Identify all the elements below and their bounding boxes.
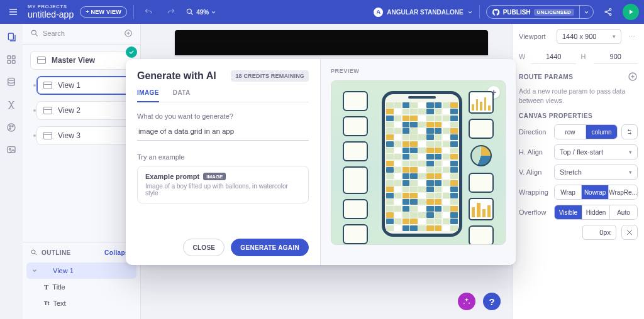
svg-point-9 xyxy=(8,78,15,80)
chevron-down-icon: ▾ xyxy=(629,149,632,155)
tab-data[interactable]: DATA xyxy=(173,89,191,102)
chevron-down-icon xyxy=(31,268,38,274)
menu-icon[interactable] xyxy=(5,4,21,20)
more-icon[interactable]: ⋯ xyxy=(626,31,638,42)
svg-point-12 xyxy=(12,126,13,127)
example-card[interactable]: Example prompt IMAGE Image of a boy lift… xyxy=(137,166,309,203)
width-input[interactable]: 1440 xyxy=(531,49,576,64)
credits-badge: 18 CREDITS REMAINING xyxy=(231,70,309,82)
breadcrumb[interactable]: MY PROJECTS untitled-app xyxy=(28,4,74,19)
view-icon xyxy=(43,107,52,114)
framework-dropdown[interactable]: A ANGULAR STANDALONE xyxy=(374,8,472,17)
svg-rect-4 xyxy=(8,33,13,40)
angular-icon: A xyxy=(374,8,383,17)
left-rail xyxy=(0,24,23,319)
add-route-param-icon[interactable] xyxy=(628,72,638,82)
publish-dropdown[interactable] xyxy=(580,6,593,18)
gap-icon[interactable] xyxy=(621,225,638,240)
outline-row-root[interactable]: View 1 xyxy=(26,262,136,279)
preview-label: PREVIEW xyxy=(331,68,506,74)
help-fab-button[interactable]: ? xyxy=(483,293,501,310)
left-panel: Search Master View View 1 View 2 View 3 xyxy=(23,24,141,319)
components-icon[interactable] xyxy=(4,53,18,67)
github-icon xyxy=(492,8,500,16)
outline-row-text[interactable]: Tt Text xyxy=(26,295,136,311)
status-badge-icon xyxy=(126,46,137,58)
try-example-label: Try an example xyxy=(137,153,309,161)
view-card-3[interactable]: View 3 xyxy=(36,126,133,145)
redo-icon[interactable] xyxy=(163,4,179,20)
views-list: Master View View 1 View 2 View 3 xyxy=(23,45,140,151)
direction-row[interactable]: row xyxy=(555,125,586,139)
variables-icon[interactable] xyxy=(4,98,18,112)
view-icon xyxy=(43,82,52,89)
search-row[interactable]: Search xyxy=(23,24,140,45)
pages-icon[interactable] xyxy=(4,30,18,44)
route-params-header: ROUTE PARAMS xyxy=(519,72,638,82)
prompt-input[interactable] xyxy=(137,124,309,141)
generate-again-button[interactable]: GENERATE AGAIN xyxy=(231,239,309,256)
add-view-icon[interactable] xyxy=(124,29,133,38)
master-view-card[interactable]: Master View xyxy=(30,51,133,70)
preview-play-button[interactable] xyxy=(623,4,639,20)
theme-icon[interactable] xyxy=(4,121,18,134)
ai-fab-button[interactable] xyxy=(458,293,475,310)
search-icon[interactable] xyxy=(30,249,38,256)
gap-input[interactable]: 0px xyxy=(582,225,616,240)
wrapping-segments[interactable]: Wrap Nowrap WrapRe... xyxy=(554,185,638,200)
chevron-down-icon: ▾ xyxy=(629,169,632,175)
view-icon xyxy=(43,132,52,139)
svg-rect-7 xyxy=(8,60,11,63)
h-align-select[interactable]: Top / flex-start ▾ xyxy=(554,144,638,160)
artboard-preview xyxy=(175,30,488,55)
direction-column[interactable]: column xyxy=(586,125,617,139)
search-icon xyxy=(30,29,39,38)
share-icon[interactable] xyxy=(600,4,616,20)
outline-row-title[interactable]: T Title xyxy=(26,279,136,295)
svg-point-10 xyxy=(8,124,15,131)
svg-rect-6 xyxy=(12,56,15,59)
example-type-chip: IMAGE xyxy=(203,173,226,180)
view-icon xyxy=(42,268,49,274)
view-icon xyxy=(37,57,46,64)
svg-point-0 xyxy=(187,9,191,13)
overflow-segments[interactable]: Visible Hidden Auto xyxy=(554,205,638,220)
right-panel: Viewport 1440 x 900 ▾ ⋯ W 1440 H 900 ROU… xyxy=(512,24,644,319)
new-view-button[interactable]: + NEW VIEW xyxy=(80,6,127,18)
viewport-select[interactable]: 1440 x 900 ▾ xyxy=(557,29,621,44)
route-params-hint: Add a new route param to pass data betwe… xyxy=(519,87,638,105)
top-bar: MY PROJECTS untitled-app + NEW VIEW 49% … xyxy=(0,0,644,24)
publish-button-group[interactable]: PUBLISH UNLICENSED xyxy=(486,5,594,19)
viewport-label: Viewport xyxy=(519,33,552,40)
svg-point-18 xyxy=(31,250,35,254)
height-input[interactable]: 900 xyxy=(594,49,638,64)
direction-swap-icon[interactable] xyxy=(621,124,638,139)
undo-icon[interactable] xyxy=(140,4,157,20)
svg-point-13 xyxy=(9,128,11,129)
direction-segments[interactable]: row column xyxy=(554,124,618,139)
license-badge: UNLICENSED xyxy=(534,9,574,16)
svg-rect-8 xyxy=(12,60,15,63)
preview-image: + xyxy=(331,80,506,245)
zoom-control[interactable]: 49% xyxy=(186,8,216,16)
chevron-down-icon: ▾ xyxy=(613,33,616,40)
modal-tabs: IMAGE DATA xyxy=(137,89,309,102)
data-icon[interactable] xyxy=(4,75,18,89)
example-text: Image of a boy lifted up with balloons, … xyxy=(145,183,301,197)
publish-button[interactable]: PUBLISH UNLICENSED xyxy=(487,6,579,18)
project-title: untitled-app xyxy=(28,10,74,19)
search-placeholder: Search xyxy=(43,30,65,37)
view-card-2[interactable]: View 2 xyxy=(36,101,133,120)
v-align-select[interactable]: Stretch ▾ xyxy=(554,165,638,180)
close-button[interactable]: CLOSE xyxy=(183,239,225,256)
outline-header: OUTLINE Collapse xyxy=(23,242,140,259)
view-card-1[interactable]: View 1 xyxy=(36,76,133,95)
canvas-props-header: CANVAS PROPERTIES xyxy=(519,112,638,119)
svg-point-11 xyxy=(9,126,11,127)
generate-ai-modal: Generate with AI 18 CREDITS REMAINING IM… xyxy=(126,59,516,265)
outline-tree: View 1 T Title Tt Text xyxy=(23,259,140,319)
tab-image[interactable]: IMAGE xyxy=(137,89,159,102)
assets-icon[interactable] xyxy=(4,143,18,157)
svg-rect-5 xyxy=(8,56,11,59)
modal-title: Generate with AI xyxy=(137,70,216,82)
